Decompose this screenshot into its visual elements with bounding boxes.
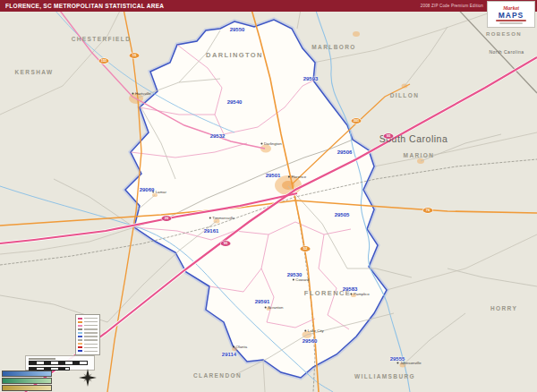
legend-row — [78, 336, 98, 338]
legend-row — [78, 317, 98, 320]
logo-tagline-bar — [496, 20, 526, 21]
legend-row — [78, 328, 98, 330]
legend-row — [78, 350, 98, 353]
scale-bar-miles — [29, 361, 88, 365]
map-sheet: South CarolinaNorth CarolinaCHESTERFIELD… — [0, 0, 537, 392]
legend-row — [78, 339, 98, 342]
logo-tagline-bar — [499, 22, 523, 24]
title-bar: FLORENCE, SC METROPOLITAN STATISTICAL AR… — [0, 0, 537, 12]
legend-row — [78, 320, 98, 323]
edition-label: 2008 ZIP Code Premium Edition — [421, 0, 483, 12]
map-title: FLORENCE, SC METROPOLITAN STATISTICAL AR… — [5, 0, 164, 12]
legend-row — [78, 324, 98, 327]
logo-market-text: Market — [503, 5, 519, 11]
publisher-logo: Market MAPS — [487, 1, 535, 28]
inset-strip — [2, 378, 52, 384]
legend-row — [78, 343, 98, 345]
legend-row — [78, 346, 98, 349]
inset-strips — [2, 371, 52, 392]
legend-row — [78, 331, 98, 334]
scale-caption — [29, 358, 55, 360]
inset-strip — [2, 385, 52, 391]
inset-strip — [2, 371, 52, 377]
legend-panel — [75, 314, 100, 355]
compass-rose-icon — [79, 369, 97, 387]
logo-maps-text: MAPS — [499, 12, 524, 19]
